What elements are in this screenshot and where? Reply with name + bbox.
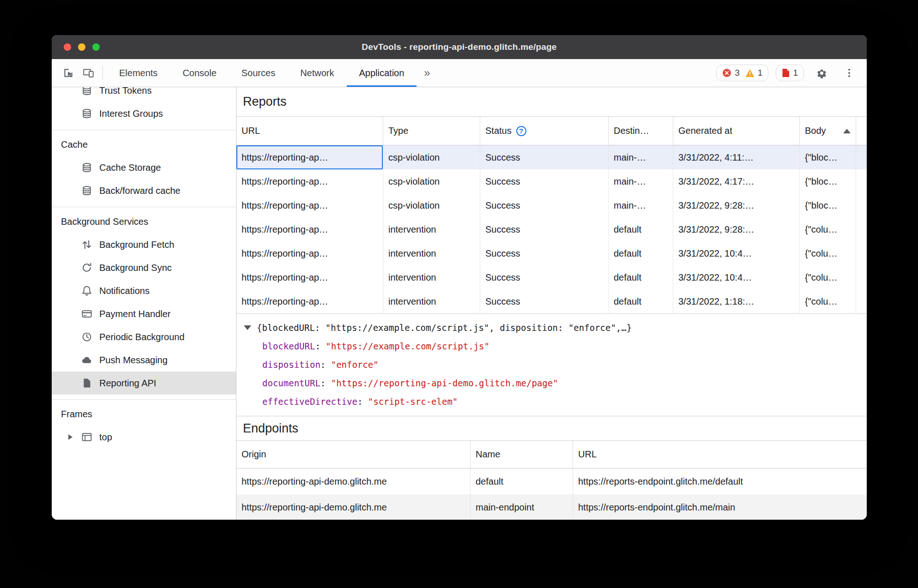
report-url-cell[interactable]: https://reporting-ap… [236, 145, 383, 169]
sidebar-item-label: Reporting API [99, 378, 156, 389]
sidebar-section-storage: Trust Tokens Interest Groups [52, 87, 236, 130]
tab-application[interactable]: Application [347, 59, 417, 87]
warning-icon [745, 69, 755, 78]
endpoint-row[interactable]: https://reporting-api-demo.glitch.me mai… [236, 494, 867, 520]
background-sync-icon [81, 262, 92, 273]
database-icon [81, 162, 92, 173]
sidebar-item-payment-handler[interactable]: Payment Handler [52, 302, 236, 325]
sidebar-section-header: Frames [52, 402, 236, 426]
desktop-background: DevTools - reporting-api-demo.glitch.me/… [0, 0, 918, 588]
json-property: effectiveDirective: "script-src-elem" [244, 392, 867, 411]
header-filler [856, 117, 867, 145]
column-header-name[interactable]: Name [471, 441, 573, 468]
toolbar-separator [103, 66, 103, 80]
application-panel: Trust Tokens Interest Groups Cache Cache… [52, 87, 867, 520]
endpoint-row[interactable]: https://reporting-api-demo.glitch.me def… [236, 468, 867, 494]
report-row[interactable]: https://reporting-ap… csp-violation Succ… [236, 193, 867, 217]
sidebar-section-frames: Frames top [52, 400, 236, 453]
kebab-menu-icon[interactable] [839, 67, 859, 79]
panel-tabs: Elements Console Sources Network Applica… [107, 59, 417, 87]
column-header-url[interactable]: URL [236, 117, 383, 145]
sidebar-section-header: Background Services [52, 210, 236, 233]
json-property: documentURL: "https://reporting-api-demo… [244, 374, 867, 392]
console-status-badges[interactable]: 3 1 [716, 65, 768, 81]
minimize-button[interactable] [78, 43, 85, 51]
devtools-window: DevTools - reporting-api-demo.glitch.me/… [52, 35, 867, 520]
sidebar-item-notifications[interactable]: Notifications [52, 279, 236, 302]
toolbar-right-controls: 3 1 1 [716, 59, 859, 87]
report-row[interactable]: https://reporting-ap… csp-violation Succ… [236, 169, 867, 193]
file-icon [81, 378, 92, 389]
sidebar-item-cache-storage[interactable]: Cache Storage [52, 156, 236, 179]
sidebar-item-periodic-background-sync[interactable]: Periodic Background [52, 325, 236, 348]
report-row[interactable]: https://reporting-ap… csp-violation Succ… [236, 145, 867, 169]
json-preview-summary[interactable]: {blockedURL: "https://example.com/script… [244, 318, 867, 337]
application-sidebar: Trust Tokens Interest Groups Cache Cache… [52, 87, 236, 520]
sidebar-item-label: Trust Tokens [99, 87, 151, 96]
column-header-body[interactable]: Body [800, 117, 856, 145]
window-titlebar: DevTools - reporting-api-demo.glitch.me/… [52, 35, 867, 59]
issue-count: 1 [793, 68, 798, 78]
disclosure-triangle-icon[interactable] [244, 325, 251, 330]
cloud-icon [81, 354, 92, 366]
background-fetch-icon [81, 239, 92, 250]
window-title: DevTools - reporting-api-demo.glitch.me/… [362, 42, 556, 52]
sidebar-item-label: Push Messaging [99, 355, 168, 366]
warning-badge[interactable]: 1 [745, 68, 763, 78]
clock-icon [81, 331, 92, 342]
error-icon [722, 68, 731, 78]
sidebar-item-top-frame[interactable]: top [52, 426, 236, 449]
inspect-icon[interactable] [58, 59, 79, 87]
column-header-destination[interactable]: Destin… [609, 117, 673, 145]
column-header-origin[interactable]: Origin [236, 441, 471, 468]
issues-badge[interactable]: 1 [776, 65, 804, 81]
tab-elements[interactable]: Elements [107, 59, 170, 87]
column-header-type[interactable]: Type [383, 117, 480, 145]
endpoints-table-header: Origin Name URL [236, 441, 867, 468]
traffic-lights [64, 35, 100, 59]
report-row[interactable]: https://reporting-ap… intervention Succe… [236, 217, 867, 241]
tab-console[interactable]: Console [170, 59, 229, 87]
sort-ascending-icon [843, 129, 851, 133]
reports-table-header: URL Type Status ? Destin… Generated at B… [236, 117, 867, 145]
sidebar-section-header: Cache [52, 133, 236, 156]
frame-icon [81, 432, 92, 443]
settings-gear-icon[interactable] [811, 67, 832, 79]
disclosure-triangle-icon[interactable] [68, 434, 72, 440]
sidebar-item-back-forward-cache[interactable]: Back/forward cache [52, 179, 236, 202]
close-button[interactable] [64, 43, 71, 51]
sidebar-item-label: top [99, 432, 112, 443]
sidebar-item-background-fetch[interactable]: Background Fetch [52, 233, 236, 256]
sidebar-item-reporting-api[interactable]: Reporting API [52, 372, 236, 395]
sidebar-item-label: Payment Handler [99, 309, 171, 319]
reports-section-title: Reports [236, 87, 867, 117]
report-row[interactable]: https://reporting-ap… intervention Succe… [236, 265, 867, 289]
tab-sources[interactable]: Sources [229, 59, 288, 87]
sidebar-item-interest-groups[interactable]: Interest Groups [52, 102, 236, 125]
sidebar-item-label: Background Fetch [99, 240, 174, 250]
sidebar-item-label: Notifications [99, 286, 150, 296]
column-header-endpoint-url[interactable]: URL [573, 441, 867, 468]
more-tabs-button[interactable]: » [417, 59, 437, 87]
column-header-generated-at[interactable]: Generated at [673, 117, 800, 145]
sidebar-item-trust-tokens[interactable]: Trust Tokens [52, 87, 236, 102]
column-header-status[interactable]: Status ? [480, 117, 609, 145]
error-count: 3 [735, 68, 740, 78]
json-property-clipped: originalPolicy: "script-src 'self'; obje… [244, 411, 867, 416]
sidebar-item-label: Cache Storage [99, 162, 161, 173]
sidebar-item-background-sync[interactable]: Background Sync [52, 256, 236, 279]
sidebar-section-background-services: Background Services Background Fetch Bac… [52, 207, 236, 400]
report-row[interactable]: https://reporting-ap… intervention Succe… [236, 289, 867, 313]
error-badge[interactable]: 3 [722, 68, 740, 78]
database-icon [81, 185, 92, 196]
report-row[interactable]: https://reporting-ap… intervention Succe… [236, 241, 867, 265]
sidebar-item-push-messaging[interactable]: Push Messaging [52, 348, 236, 372]
device-toolbar-icon[interactable] [79, 59, 99, 87]
database-icon [81, 87, 92, 96]
payment-card-icon [81, 308, 92, 319]
zoom-button[interactable] [92, 43, 100, 51]
tab-network[interactable]: Network [288, 59, 346, 87]
status-help-icon[interactable]: ? [516, 126, 526, 136]
sidebar-item-label: Interest Groups [99, 108, 163, 119]
reporting-api-view: Reports URL Type Status ? Destin… Genera… [236, 87, 867, 520]
